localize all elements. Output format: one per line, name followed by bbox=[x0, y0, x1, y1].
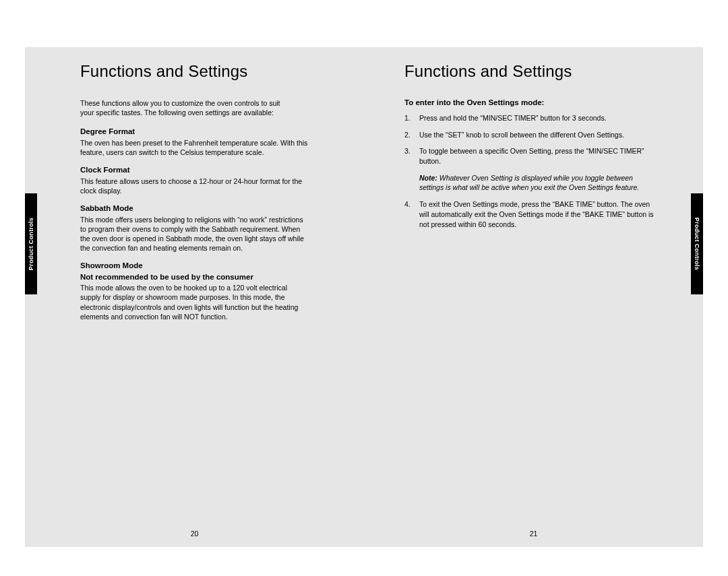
page-right-content: Functions and Settings To enter into the… bbox=[404, 62, 661, 236]
section-tab-left: Product Controls bbox=[25, 193, 37, 294]
page-left: Product Controls Functions and Settings … bbox=[25, 47, 364, 547]
page-right: Product Controls Functions and Settings … bbox=[364, 47, 703, 547]
section-heading: Degree Format bbox=[80, 127, 309, 137]
section-body: This mode allows the oven to be hooked u… bbox=[80, 283, 309, 321]
instructions-list-cont: To exit the Oven Settings mode, press th… bbox=[404, 199, 654, 229]
section-body: This feature allows users to choose a 12… bbox=[80, 177, 309, 195]
instruction-step: To toggle between a specific Oven Settin… bbox=[404, 146, 654, 166]
note-label: Note: bbox=[419, 174, 437, 182]
intro-text: These functions allow you to customize t… bbox=[80, 98, 289, 117]
section-showroom-mode: Showroom Mode Not recommended to be used… bbox=[80, 261, 309, 321]
instruction-step: Press and hold the “MIN/SEC TIMER” butto… bbox=[404, 113, 654, 123]
section-degree-format: Degree Format The oven has been preset t… bbox=[80, 127, 309, 157]
section-clock-format: Clock Format This feature allows users t… bbox=[80, 165, 309, 195]
instructions-list: Press and hold the “MIN/SEC TIMER” butto… bbox=[404, 113, 654, 166]
section-body: This mode offers users belonging to reli… bbox=[80, 215, 309, 253]
section-heading: Clock Format bbox=[80, 165, 309, 176]
section-heading: Showroom Mode bbox=[80, 261, 309, 271]
page-number: 20 bbox=[191, 530, 199, 538]
note-block: Note: Whatever Oven Setting is displayed… bbox=[404, 173, 654, 193]
section-tab-label: Product Controls bbox=[28, 218, 34, 270]
instruction-step: Use the “SET” knob to scroll between the… bbox=[404, 130, 654, 140]
note-body: Whatever Oven Setting is displayed while… bbox=[419, 174, 639, 192]
instructions-heading: To enter into the Oven Settings mode: bbox=[404, 98, 661, 106]
section-subheading: Not recommended to be used by the consum… bbox=[80, 272, 309, 283]
page-title: Functions and Settings bbox=[80, 62, 336, 81]
page-left-content: Functions and Settings These functions a… bbox=[80, 62, 336, 329]
section-tab-label: Product Controls bbox=[694, 218, 700, 270]
page-number: 21 bbox=[530, 530, 538, 538]
section-sabbath-mode: Sabbath Mode This mode offers users belo… bbox=[80, 203, 309, 253]
instruction-step: To exit the Oven Settings mode, press th… bbox=[404, 199, 654, 229]
section-heading: Sabbath Mode bbox=[80, 203, 309, 214]
section-tab-right: Product Controls bbox=[691, 193, 703, 294]
document-spread: Product Controls Functions and Settings … bbox=[25, 47, 703, 547]
section-body: The oven has been preset to the Fahrenhe… bbox=[80, 138, 309, 157]
page-title: Functions and Settings bbox=[404, 62, 661, 81]
